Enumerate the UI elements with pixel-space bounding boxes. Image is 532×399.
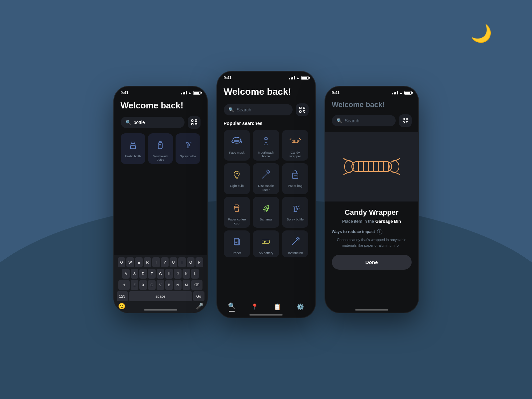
key-y[interactable]: Y [161,257,169,267]
mic-icon[interactable]: 🎤 [196,303,203,310]
key-i[interactable]: I [178,257,186,267]
key-c[interactable]: C [148,280,156,290]
status-icons-center: ▲ [289,76,308,80]
scan-btn-right[interactable] [399,114,412,127]
svg-rect-59 [403,122,404,123]
tab-location-icon: 📍 [251,303,258,311]
candy-bin-text: Place item in the [342,219,375,224]
grid-spray-center[interactable]: Spray bottle [282,197,309,228]
done-button[interactable]: Done [332,255,412,270]
status-bar-center: 9:41 ▲ [217,71,315,82]
face-mask-label: Face mask [229,151,244,154]
left-content: Welcome back! 🔍 bottle [114,97,207,164]
grid-papercoffee[interactable]: Paper coffee cup [224,197,250,228]
key-v[interactable]: V [157,280,164,290]
scan-btn-center[interactable] [296,103,309,116]
plastic-bottle-label: Plastic bottle [124,155,141,158]
result-spray[interactable]: Spray bottle [176,133,200,164]
svg-rect-37 [293,173,298,179]
home-indicator-center [249,314,283,316]
key-delete[interactable]: ⌫ [191,280,202,290]
key-x[interactable]: X [139,280,147,290]
tab-calendar[interactable]: 📋 [274,303,281,311]
paperbag-label: Paper bag [288,184,303,188]
razor-label: Disposable razor [255,184,277,192]
key-q[interactable]: Q [118,257,125,267]
result-plastic-bottle[interactable]: Plastic bottle [121,133,146,164]
scan-btn-left[interactable] [188,116,200,129]
key-m[interactable]: M [183,280,190,290]
svg-point-70 [344,161,354,173]
tab-location[interactable]: 📍 [251,303,258,311]
tab-search[interactable]: 🔍 [228,302,235,312]
time-right: 9:41 [332,90,340,95]
result-mouthwash[interactable]: Mouthwash bottle [148,133,173,164]
battery-label: AA battery [259,251,273,255]
key-p[interactable]: P [196,257,203,267]
svg-line-36 [262,177,264,179]
svg-rect-9 [159,142,162,143]
key-j[interactable]: J [174,269,182,279]
search-bar-center: 🔍 Search [224,103,309,116]
search-input-left[interactable]: 🔍 bottle [121,117,185,128]
paper-icon [229,234,244,249]
svg-rect-62 [352,162,392,172]
key-l[interactable]: L [191,269,199,279]
reduce-label: Ways to reduce impact [332,229,375,234]
spray-center-icon [288,201,303,215]
grid-paper[interactable]: Paper [224,230,250,257]
search-input-right[interactable]: 🔍 Search [332,115,396,126]
key-n[interactable]: N [174,280,182,290]
key-123[interactable]: 123 [117,291,128,301]
grid-mouthwash[interactable]: Mouthwash bottle [253,130,279,161]
key-f[interactable]: F [148,269,156,279]
tab-settings[interactable]: ⚙️ [297,303,304,311]
grid-battery[interactable]: AA battery [253,230,279,257]
key-g[interactable]: G [157,269,164,279]
key-w[interactable]: W [126,257,134,267]
search-bar-right: 🔍 Search [332,114,412,127]
key-t[interactable]: T [152,257,160,267]
key-k[interactable]: K [183,269,190,279]
grid-razor[interactable]: Disposable razor [253,163,279,194]
search-icon-center: 🔍 [228,107,234,112]
keyboard[interactable]: Q W E R T Y U I O P A S D F G H J K L [114,255,207,313]
grid-paperbag[interactable]: Paper bag [282,163,309,194]
key-u[interactable]: U [170,257,177,267]
status-bar-left: 9:41 ▲ [114,86,207,97]
svg-rect-16 [300,111,301,112]
welcome-title-left: Welcome back! [121,100,200,111]
key-r[interactable]: R [144,257,151,267]
grid-lightbulb[interactable]: Light bulb [224,163,250,194]
grid-candy[interactable]: Candy wrapper [282,130,309,161]
svg-line-41 [298,206,300,207]
tab-calendar-icon: 📋 [274,303,281,311]
grid-face-mask[interactable]: Face mask [224,130,250,161]
candy-detail-image [325,132,418,201]
kb-row-2: A S D F G H J K L [115,269,206,279]
key-o[interactable]: O [187,257,195,267]
svg-rect-23 [264,139,268,145]
candy-label: Candy wrapper [285,151,306,158]
key-e[interactable]: E [135,257,143,267]
emoji-icon[interactable]: 🙂 [118,303,125,310]
search-input-center[interactable]: 🔍 Search [224,104,293,115]
key-d[interactable]: D [139,269,147,279]
key-s[interactable]: S [131,269,138,279]
grid-toothbrush[interactable]: Toothbrush [282,230,309,257]
paperbag-icon [288,167,303,182]
key-space[interactable]: space [129,291,192,301]
key-go[interactable]: Go [193,291,204,301]
search-results: Plastic bottle Mouthwash bottle [121,133,200,164]
key-b[interactable]: B [165,280,173,290]
key-z[interactable]: Z [131,280,138,290]
key-h[interactable]: H [165,269,173,279]
key-shift[interactable]: ⇧ [118,280,130,290]
key-a[interactable]: A [122,269,130,279]
grid-bananas[interactable]: Bananas [253,197,279,228]
candy-info: Candy Wrapper Place item in the Garbage … [332,201,412,276]
info-icon[interactable]: i [377,229,382,234]
mouthwash-result-icon [153,138,168,153]
time-center: 9:41 [224,75,232,80]
status-icons-left: ▲ [181,91,200,95]
